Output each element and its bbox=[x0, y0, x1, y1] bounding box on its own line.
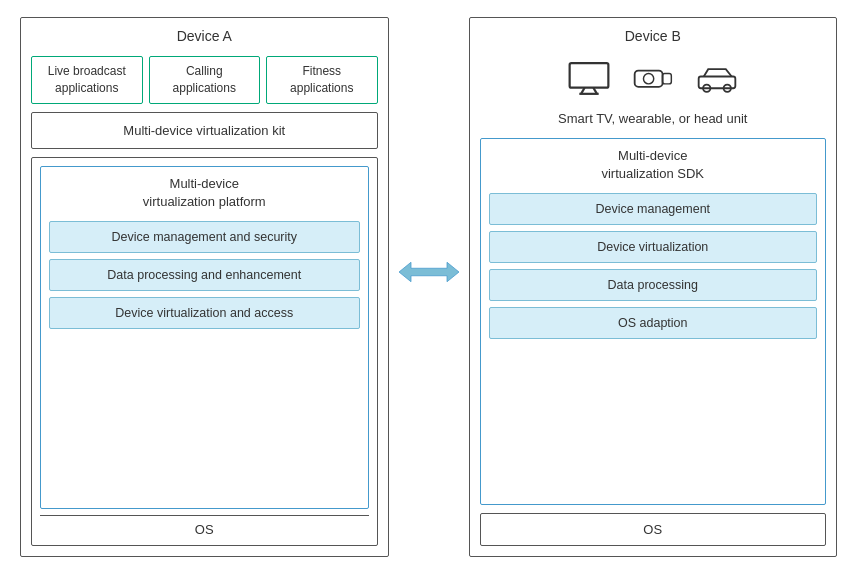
device-type-label: Smart TV, wearable, or head unit bbox=[480, 111, 827, 126]
app-live-broadcast: Live broadcastapplications bbox=[31, 56, 143, 104]
device-b-title: Device B bbox=[480, 28, 827, 44]
sdk-item-1: Device management bbox=[489, 193, 818, 225]
app-fitness: Fitnessapplications bbox=[266, 56, 378, 104]
svg-rect-7 bbox=[662, 74, 671, 84]
platform-outer: Multi-devicevirtualization platform Devi… bbox=[31, 157, 378, 546]
car-icon bbox=[695, 60, 739, 99]
sdk-outer: Multi-devicevirtualization SDK Device ma… bbox=[480, 138, 827, 505]
kit-box: Multi-device virtualization kit bbox=[31, 112, 378, 149]
wearable-icon bbox=[631, 60, 675, 99]
platform-title: Multi-devicevirtualization platform bbox=[49, 175, 360, 211]
diagram: Device A Live broadcastapplications Call… bbox=[0, 0, 857, 574]
arrow-area bbox=[399, 257, 459, 317]
device-b-box: Device B bbox=[469, 17, 838, 557]
device-a-os: OS bbox=[40, 515, 369, 537]
svg-point-6 bbox=[643, 74, 653, 84]
bidirectional-arrow bbox=[399, 257, 459, 287]
svg-marker-0 bbox=[399, 262, 459, 282]
device-b-os: OS bbox=[480, 513, 827, 546]
sdk-item-4: OS adaption bbox=[489, 307, 818, 339]
sdk-title: Multi-devicevirtualization SDK bbox=[489, 147, 818, 183]
apps-row: Live broadcastapplications Callingapplic… bbox=[31, 56, 378, 104]
platform-inner: Multi-devicevirtualization platform Devi… bbox=[40, 166, 369, 509]
device-icons-row bbox=[480, 60, 827, 99]
sdk-item-2: Device virtualization bbox=[489, 231, 818, 263]
tv-icon bbox=[567, 60, 611, 99]
svg-rect-1 bbox=[569, 63, 608, 88]
sdk-item-3: Data processing bbox=[489, 269, 818, 301]
device-a-box: Device A Live broadcastapplications Call… bbox=[20, 17, 389, 557]
platform-item-2: Data processing and enhancement bbox=[49, 259, 360, 291]
device-a-title: Device A bbox=[31, 28, 378, 44]
app-calling: Callingapplications bbox=[149, 56, 261, 104]
platform-item-1: Device management and security bbox=[49, 221, 360, 253]
platform-item-3: Device virtualization and access bbox=[49, 297, 360, 329]
